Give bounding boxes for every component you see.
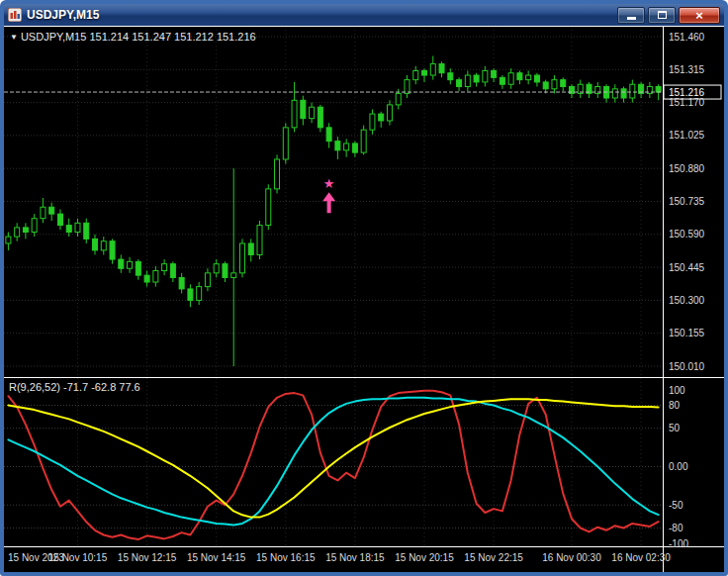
svg-text:150.735: 150.735	[669, 196, 705, 207]
time-axis-labels: 15 Nov 202315 Nov 10:1515 Nov 12:1515 No…	[8, 552, 671, 563]
svg-text:150.155: 150.155	[669, 328, 705, 338]
candle-body	[430, 64, 435, 75]
svg-text:50: 50	[669, 423, 681, 433]
candle-body	[405, 80, 410, 94]
ohlc-readout: ▼USDJPY,M15 151.214 151.247 151.212 151.…	[10, 31, 256, 43]
candle-body	[119, 259, 124, 268]
candle-body	[170, 264, 175, 278]
candle-body	[257, 226, 262, 255]
candle-body	[231, 273, 236, 278]
minimize-icon	[627, 17, 636, 20]
candle-body	[93, 239, 98, 249]
candle-body	[352, 144, 357, 152]
close-button[interactable]: ×	[679, 7, 720, 24]
svg-text:150.010: 150.010	[669, 361, 705, 372]
candle-body	[223, 264, 228, 278]
svg-text:15 Nov 20:15: 15 Nov 20:15	[395, 552, 454, 563]
restore-button[interactable]	[648, 7, 676, 24]
candle-body	[413, 70, 418, 79]
candle-body	[621, 89, 626, 98]
minimize-button[interactable]	[617, 7, 645, 24]
candle-body	[275, 159, 280, 189]
candle-body	[239, 243, 244, 273]
candle-body	[188, 289, 193, 300]
svg-text:150.300: 150.300	[669, 295, 705, 306]
svg-text:150.590: 150.590	[669, 229, 705, 240]
candle-body	[49, 207, 54, 214]
candle-body	[136, 261, 140, 275]
svg-text:15 Nov 12:15: 15 Nov 12:15	[118, 552, 177, 563]
indicator-values: -71.7 -62.8 77.6	[63, 381, 140, 393]
symbol-marker-icon: ▼	[10, 33, 18, 42]
candle-body	[561, 80, 566, 87]
candle-body	[197, 287, 202, 301]
candle-body	[517, 73, 522, 80]
candle-body	[292, 100, 297, 128]
window-controls: ×	[617, 7, 720, 24]
svg-text:15 Nov 14:15: 15 Nov 14:15	[187, 552, 246, 563]
app-icon[interactable]	[8, 8, 22, 22]
candle-body	[214, 264, 219, 273]
candle-body	[101, 241, 106, 250]
candle-body	[248, 243, 253, 254]
oscillator-series	[8, 391, 658, 539]
candle-body	[612, 89, 617, 98]
svg-text:15 Nov 22:15: 15 Nov 22:15	[464, 552, 523, 563]
candle-body	[84, 223, 89, 239]
candle-body	[630, 84, 635, 98]
candle-body	[41, 207, 46, 218]
chart-window: USDJPY,M15 × 151.216★151.460151.315151.1…	[0, 0, 728, 576]
candle-body	[379, 114, 384, 121]
svg-text:16 Nov 02:30: 16 Nov 02:30	[611, 552, 671, 563]
candle-body	[543, 82, 548, 89]
candle-body	[465, 75, 470, 86]
candle-body	[396, 93, 401, 104]
svg-text:15 Nov 18:15: 15 Nov 18:15	[325, 552, 385, 563]
ohlc-values: 151.214 151.247 151.212 151.216	[89, 31, 255, 43]
candle-body	[15, 228, 20, 237]
chart-canvas[interactable]: 151.216★151.460151.315151.170151.025150.…	[4, 26, 724, 572]
buy-signal-marker: ★	[322, 176, 335, 214]
candle-body	[6, 237, 11, 243]
svg-text:-80: -80	[669, 523, 683, 533]
candle-body	[326, 128, 331, 142]
indicator-label: R(9,26,52)	[9, 381, 60, 393]
candle-body	[335, 142, 340, 150]
candle-body	[474, 75, 479, 82]
svg-text:15 Nov 16:15: 15 Nov 16:15	[256, 552, 316, 563]
close-icon: ×	[695, 9, 703, 22]
candle-body	[508, 73, 513, 84]
candle-body	[448, 73, 453, 80]
candle-body	[457, 80, 462, 87]
candle-body	[552, 80, 557, 89]
candle-body	[144, 275, 149, 282]
svg-text:150.445: 150.445	[669, 262, 705, 273]
svg-text:80: 80	[669, 400, 681, 411]
candle-body	[205, 273, 210, 287]
candle-body	[301, 100, 306, 118]
candle-body	[66, 226, 71, 233]
candle-body	[23, 228, 28, 233]
oscillator-line-R52	[8, 399, 658, 517]
symbol-label: USDJPY,M15	[21, 31, 86, 43]
svg-text:151.460: 151.460	[669, 32, 705, 43]
candle-body	[656, 87, 661, 93]
candle-body	[492, 70, 497, 77]
star-icon: ★	[323, 176, 335, 191]
candle-body	[162, 264, 167, 271]
candle-body	[526, 75, 531, 80]
title-bar[interactable]: USDJPY,M15 ×	[4, 4, 724, 26]
candle-body	[387, 105, 392, 121]
candle-body	[110, 241, 115, 259]
candle-body	[283, 128, 288, 159]
candle-body	[361, 130, 366, 152]
window-title: USDJPY,M15	[27, 8, 99, 22]
restore-icon	[658, 11, 667, 19]
oscillator-line-R9	[8, 391, 658, 539]
candle-body	[344, 144, 349, 150]
svg-text:15 Nov 10:15: 15 Nov 10:15	[48, 552, 108, 563]
svg-text:151.025: 151.025	[669, 130, 705, 141]
candle-body	[483, 70, 488, 81]
candle-body	[370, 114, 375, 130]
price-axis-labels: 151.460151.315151.170151.025150.880150.7…	[669, 32, 705, 372]
